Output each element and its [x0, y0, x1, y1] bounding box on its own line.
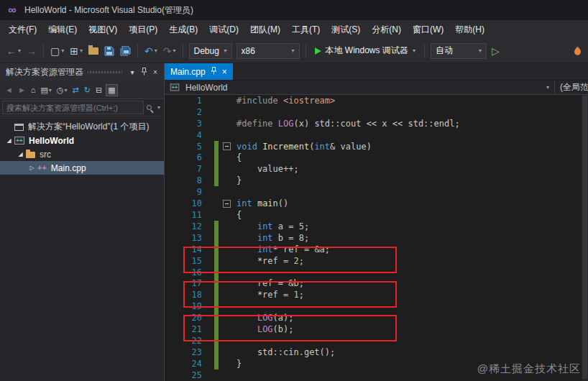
save-button[interactable] [102, 45, 116, 58]
code-text: value++; [234, 164, 299, 174]
line-number: 22 [165, 336, 205, 346]
tab-main-cpp[interactable]: Main.cpp × [165, 63, 233, 80]
code-text: int a = 5; [234, 221, 309, 231]
token: std::cin.get(); [236, 347, 335, 357]
menu-item-8[interactable]: 测试(S) [326, 21, 366, 39]
token [236, 324, 257, 334]
editor-area: Main.cpp × ++ HelloWorld ▾ (全局范 1#includ… [165, 63, 588, 381]
fold-collapse-icon[interactable] [219, 142, 234, 150]
refresh-icon[interactable]: ↻ [83, 85, 92, 96]
line-number: 24 [165, 359, 205, 369]
navigate-backward-button[interactable]: ←▾ [4, 45, 23, 58]
menu-item-3[interactable]: 项目(P) [123, 21, 163, 39]
menu-item-0[interactable]: 文件(F) [3, 21, 42, 39]
menu-item-5[interactable]: 调试(D) [203, 21, 244, 39]
global-scope-dropdown[interactable]: (全局范 [555, 81, 588, 93]
menu-item-2[interactable]: 视图(V) [83, 21, 123, 39]
change-tracking-bar [205, 312, 219, 323]
flame-icon [574, 46, 582, 55]
change-tracking-bar [205, 300, 219, 312]
code-line-14: 14 int* ref = &a; [165, 244, 588, 255]
menu-item-7[interactable]: 工具(T) [286, 21, 326, 39]
start-debugging-label: 本地 Windows 调试器 [326, 45, 408, 57]
line-number: 7 [165, 164, 205, 174]
collapse-all-icon[interactable]: ⊟ [94, 85, 104, 96]
pending-changes-filter-icon[interactable]: ◷▾ [55, 85, 69, 96]
chevron-down-icon: ▾ [292, 47, 295, 54]
code-line-15: 15 *ref = 2; [165, 255, 588, 267]
scope-label: (全局范 [560, 82, 588, 92]
window-title: HelloWorld - Microsoft Visual Studio(管理员… [24, 4, 193, 17]
fold-collapse-icon[interactable] [219, 200, 234, 208]
chevron-down-icon: ▾ [155, 47, 157, 54]
sync-with-active-document-icon[interactable]: ⇄ [70, 85, 80, 96]
pin-icon[interactable] [138, 68, 150, 77]
menu-item-10[interactable]: 窗口(W) [407, 21, 449, 39]
solution-platform-dropdown[interactable]: x86▾ [236, 43, 300, 59]
token: 8 [299, 233, 304, 243]
close-icon[interactable]: × [222, 68, 227, 76]
code-text: ref = &b; [234, 278, 304, 288]
solution-explorer-panel: 解决方案资源管理器 ▾ × ◄ ► ⌂ ▤▾ ◷▾ ⇄ ↻ ⊟ ▦ ▾ [0, 63, 165, 381]
cpp-file-icon: ++ [37, 164, 47, 172]
menu-item-1[interactable]: 编辑(E) [42, 21, 83, 39]
tree-item-file-main-cpp[interactable]: ▷++Main.cpp [0, 161, 164, 175]
search-input[interactable] [2, 101, 144, 114]
token: void [236, 142, 262, 152]
close-icon[interactable]: × [150, 68, 161, 76]
code-line-22: 22 [165, 335, 588, 346]
show-all-files-icon[interactable]: ▦ [106, 84, 117, 96]
collapsed-arrow-icon[interactable]: ▷ [27, 165, 37, 171]
project-scope-dropdown[interactable]: ++ HelloWorld ▾ [165, 81, 555, 94]
add-new-item-button[interactable]: ⊞▾ [68, 45, 85, 58]
window-position-chevron-icon[interactable]: ▾ [127, 68, 138, 76]
save-all-button[interactable] [118, 45, 133, 58]
code-text: LOG(b); [234, 324, 294, 334]
token [236, 244, 257, 254]
performance-profiler-button[interactable] [571, 45, 584, 57]
code-text: void Increment(int& value) [234, 142, 372, 152]
run-without-debugging-button[interactable]: ▷ [490, 45, 502, 58]
search-icon[interactable] [147, 105, 152, 110]
tree-item-solution[interactable]: 解决方案“HelloWorld”(1 个项目) [0, 120, 164, 134]
vertical-scrollbar[interactable] [582, 95, 588, 381]
solution-tree: 解决方案“HelloWorld”(1 个项目)◢++HelloWorld◢src… [0, 116, 164, 381]
expanded-arrow-icon[interactable]: ◢ [15, 151, 26, 157]
new-project-button[interactable]: ▢▾ [48, 45, 66, 58]
forward-icon[interactable]: ► [17, 85, 27, 95]
chevron-down-icon[interactable]: ▾ [157, 104, 160, 111]
tab-bar: Main.cpp × [165, 63, 588, 80]
main-toolbar: ←▾ → ▢▾ ⊞▾ ↶▾ ↷▾ Debug▾ x86▾ 本地 Windows … [0, 39, 588, 63]
tree-item-folder-src[interactable]: ◢src [0, 147, 164, 161]
menu-bar: 文件(F)编辑(E)视图(V)项目(P)生成(B)调试(D)团队(M)工具(T)… [0, 20, 588, 39]
change-tracking-bar [205, 346, 219, 358]
start-debugging-button[interactable]: 本地 Windows 调试器 ▾ [311, 43, 420, 58]
menu-item-11[interactable]: 帮助(H) [449, 21, 490, 39]
redo-button[interactable]: ↷▾ [161, 45, 178, 58]
undo-button[interactable]: ↶▾ [142, 45, 160, 58]
menu-item-6[interactable]: 团队(M) [244, 21, 286, 39]
code-editor[interactable]: 1#include <iostream>23#define LOG(x) std… [165, 95, 588, 381]
back-icon[interactable]: ◄ [4, 85, 14, 95]
change-tracking-slot [205, 209, 219, 221]
scrollbar-thumb[interactable] [582, 96, 587, 379]
open-file-button[interactable] [86, 46, 101, 56]
solution-configuration-dropdown[interactable]: Debug▾ [189, 43, 232, 59]
attach-dropdown[interactable]: 自动▾ [431, 43, 487, 59]
attach-value: 自动 [436, 45, 453, 57]
pin-icon[interactable] [211, 67, 217, 77]
switch-views-icon[interactable]: ▤▾ [39, 85, 52, 96]
token: Increment [262, 142, 309, 152]
home-icon[interactable]: ⌂ [29, 85, 37, 95]
change-tracking-slot [205, 106, 219, 118]
menu-item-4[interactable]: 生成(B) [163, 21, 203, 39]
tree-item-project-helloworld[interactable]: ◢++HelloWorld [0, 134, 164, 147]
change-tracking-bar [205, 141, 219, 152]
expanded-arrow-icon[interactable]: ◢ [4, 137, 14, 144]
navigate-forward-button[interactable]: → [24, 45, 39, 58]
token: 2 [293, 256, 298, 266]
menu-item-9[interactable]: 分析(N) [366, 21, 407, 39]
code-line-21: 21 LOG(b); [165, 323, 588, 335]
line-number: 20 [165, 313, 205, 323]
code-line-17: 17 ref = &b; [165, 278, 588, 290]
